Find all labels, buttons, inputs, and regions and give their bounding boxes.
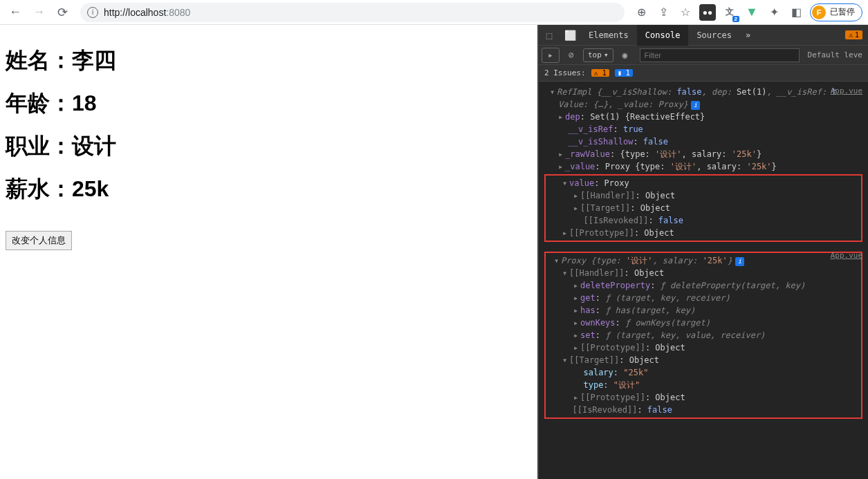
- console-sidebar-toggle[interactable]: ▸: [542, 48, 560, 63]
- sidebar-icon[interactable]: ◧: [788, 4, 804, 21]
- page-content: 姓名：李四 年龄：18 职业：设计 薪水：25k 改变个人信息: [0, 25, 537, 479]
- forward-button[interactable]: →: [29, 3, 48, 22]
- translate-extension-icon[interactable]: 文2: [721, 4, 738, 21]
- url-text: http://localhost: [104, 7, 166, 18]
- tabs-more-icon[interactable]: »: [740, 30, 756, 40]
- info-icon[interactable]: i: [735, 257, 744, 266]
- browser-toolbar: ← → ⟳ i http://localhost:8080 ⊕ ⇪ ☆ ●● 文…: [0, 0, 868, 25]
- console-log-2[interactable]: App.vue ▾Proxy {type: '设计', salary: '25k…: [539, 249, 868, 422]
- info-icon[interactable]: i: [691, 101, 700, 110]
- context-selector[interactable]: top ▾: [583, 48, 613, 62]
- tab-sources[interactable]: Sources: [688, 25, 740, 46]
- tab-elements[interactable]: Elements: [580, 25, 637, 46]
- inspect-icon[interactable]: ⬚: [539, 25, 560, 46]
- url-port: :8080: [166, 7, 190, 18]
- age-row: 年龄：18: [6, 88, 532, 119]
- extension-icon-1[interactable]: ●●: [699, 4, 716, 21]
- toolbar-right: ⊕ ⇪ ☆ ●● 文2 ▼ ✦ ◧ F 已暂停: [633, 3, 862, 21]
- share-icon[interactable]: ⇪: [655, 4, 672, 21]
- issues-bar[interactable]: 2 Issues: ⚠ 1 ▮ 1: [539, 65, 868, 82]
- console-log-1[interactable]: App.vue ▾RefImpl {__v_isShallow: false, …: [539, 84, 868, 245]
- console-output: App.vue ▾RefImpl {__v_isShallow: false, …: [539, 82, 868, 479]
- issues-label: 2 Issues:: [544, 68, 586, 77]
- name-row: 姓名：李四: [6, 46, 532, 76]
- issues-warn-count: ⚠ 1: [591, 69, 609, 77]
- reload-button[interactable]: ⟳: [53, 3, 72, 22]
- job-row: 职业：设计: [6, 131, 532, 162]
- highlighted-proxy-box-2: ▾Proxy {type: '设计', salary: '25k'}i ▾[[H…: [544, 252, 862, 419]
- profile-badge[interactable]: F 已暂停: [810, 3, 862, 21]
- vue-devtools-icon[interactable]: ▼: [744, 4, 760, 21]
- zoom-icon[interactable]: ⊕: [633, 4, 649, 21]
- log-source-link[interactable]: App.vue: [831, 86, 862, 97]
- console-filter-input[interactable]: [640, 48, 800, 62]
- url-bar[interactable]: i http://localhost:8080: [80, 3, 625, 22]
- highlighted-proxy-box: ▾value: Proxy ▸[[Handler]]: Object ▸[[Ta…: [544, 174, 862, 242]
- console-toolbar: ▸ ⊘ top ▾ ◉ Default leve: [539, 46, 868, 65]
- tab-console[interactable]: Console: [637, 25, 689, 46]
- profile-status: 已暂停: [830, 6, 855, 18]
- salary-row: 薪水：25k: [6, 174, 532, 205]
- devtools-tabs: ⬚ ⬜ Elements Console Sources » ⚠ 1: [539, 25, 868, 46]
- errors-badge[interactable]: ⚠ 1: [845, 30, 862, 39]
- devtools-panel: ⬚ ⬜ Elements Console Sources » ⚠ 1 ▸ ⊘ t…: [537, 25, 868, 479]
- change-info-button[interactable]: 改变个人信息: [6, 231, 72, 250]
- live-expression-icon[interactable]: ◉: [616, 48, 634, 63]
- extensions-icon[interactable]: ✦: [766, 4, 782, 21]
- site-info-icon[interactable]: i: [87, 7, 98, 18]
- issues-info-count: ▮ 1: [615, 69, 633, 77]
- device-icon[interactable]: ⬜: [560, 25, 580, 46]
- profile-avatar: F: [812, 6, 826, 19]
- log-levels[interactable]: Default leve: [805, 50, 865, 59]
- log-source-link[interactable]: App.vue: [831, 250, 862, 262]
- back-button[interactable]: ←: [6, 3, 25, 22]
- bookmark-icon[interactable]: ☆: [677, 4, 694, 21]
- clear-console-icon[interactable]: ⊘: [562, 48, 580, 63]
